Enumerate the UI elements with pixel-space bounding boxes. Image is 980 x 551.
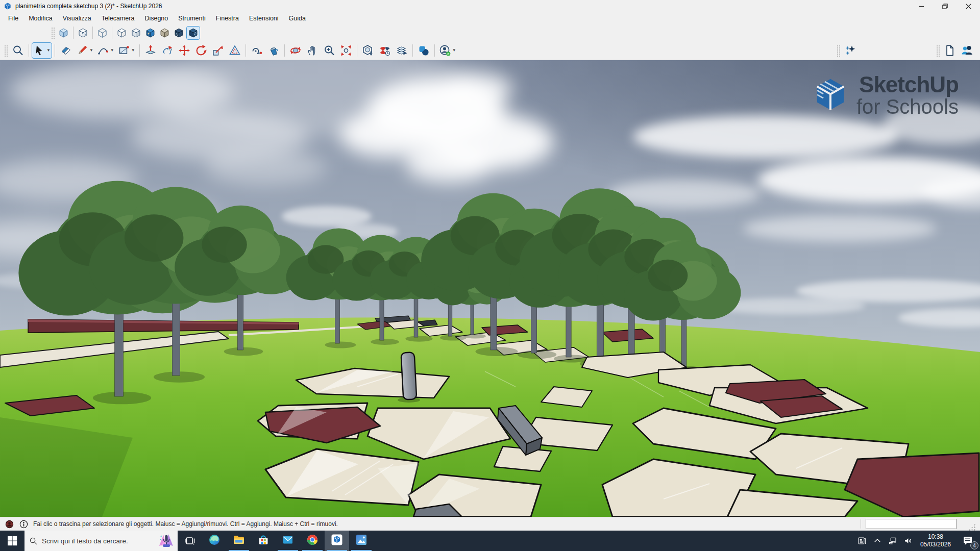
- task-view-icon: [184, 535, 196, 547]
- task-view-button[interactable]: [178, 531, 202, 551]
- menu-item-telecamera[interactable]: Telecamera: [96, 13, 140, 23]
- chevron-down-icon[interactable]: ▼: [452, 48, 456, 53]
- menu-item-disegno[interactable]: Disegno: [139, 13, 173, 23]
- chevron-down-icon[interactable]: ▼: [46, 48, 51, 53]
- toolbar-separator: [55, 44, 55, 57]
- taskbar-app-chrome[interactable]: [300, 531, 325, 551]
- taskbar-app-sketchup[interactable]: [325, 531, 349, 551]
- eraser-button[interactable]: [58, 42, 74, 59]
- title-bar: planimetria completa sketchup 3 (2)* - S…: [0, 0, 980, 12]
- toolbar-grip[interactable]: [51, 27, 55, 39]
- menu-item-finestra[interactable]: Finestra: [211, 13, 244, 23]
- search-input[interactable]: [42, 531, 156, 551]
- toolbar-separator: [139, 44, 140, 57]
- taskbar-app-file-explorer[interactable]: [227, 531, 251, 551]
- close-button[interactable]: [957, 0, 980, 12]
- zoom-button[interactable]: [321, 42, 337, 59]
- line-button[interactable]: ▼: [75, 42, 95, 59]
- toolbar-grip[interactable]: [4, 44, 8, 57]
- search-icon: [29, 537, 38, 545]
- paint-bucket-button[interactable]: [265, 42, 282, 59]
- chevron-down-icon[interactable]: ▼: [89, 48, 93, 53]
- style-shaded-textures-button[interactable]: [143, 26, 157, 40]
- chevron-down-icon[interactable]: ▼: [131, 48, 135, 53]
- arc-button[interactable]: ▼: [95, 42, 116, 59]
- taskbar-clock[interactable]: 10:38 05/03/2026: [916, 531, 955, 551]
- style-monochrome-button[interactable]: [158, 26, 172, 40]
- photos-icon: [355, 534, 368, 548]
- volume-button[interactable]: [900, 531, 916, 551]
- restore-button[interactable]: [933, 0, 957, 12]
- menu-item-guida[interactable]: Guida: [284, 13, 311, 23]
- taskbar-app-store[interactable]: [251, 531, 276, 551]
- windows-logo-icon: [6, 535, 18, 547]
- extension-warehouse-button[interactable]: [377, 42, 393, 59]
- menu-item-strumenti[interactable]: Strumenti: [173, 13, 211, 23]
- style-active-button[interactable]: [186, 26, 200, 40]
- orbit-button[interactable]: [287, 42, 304, 59]
- watermark: SketchUp for Schools: [812, 73, 959, 117]
- toolbar-separator: [357, 44, 357, 57]
- widgets-button[interactable]: [854, 531, 870, 551]
- hidden-icons-button[interactable]: [870, 531, 885, 551]
- rectangle-button[interactable]: ▼: [116, 42, 137, 59]
- main-toolbar-row: ▼▼▼▼▼: [0, 41, 980, 60]
- minimize-button[interactable]: [910, 0, 933, 12]
- taskbar-app-mail[interactable]: [276, 531, 300, 551]
- new-model-button[interactable]: [942, 42, 958, 59]
- chrome-icon: [306, 534, 318, 548]
- watermark-brand: SketchUp: [859, 73, 959, 96]
- follow-me-button[interactable]: [159, 42, 176, 59]
- offset-button[interactable]: [227, 42, 243, 59]
- toolbar-grip[interactable]: [936, 44, 940, 57]
- toolbar-grip[interactable]: [836, 44, 840, 57]
- status-message: Fai clic o trascina per selezionare gli …: [33, 520, 338, 528]
- move-button[interactable]: [176, 42, 192, 59]
- sketchup-watermark-logo-icon: [812, 76, 849, 113]
- rotate-button[interactable]: [193, 42, 209, 59]
- select-button[interactable]: ▼: [32, 42, 52, 59]
- network-button[interactable]: [885, 531, 900, 551]
- style-custom-dark-button[interactable]: [172, 26, 186, 40]
- style-wireframe-button[interactable]: [95, 26, 109, 40]
- start-button[interactable]: [0, 531, 24, 551]
- resize-grip[interactable]: [968, 523, 975, 531]
- restore-icon: [942, 4, 948, 9]
- tape-measure-button[interactable]: [249, 42, 265, 59]
- style-xray-button[interactable]: [57, 26, 70, 40]
- info-icon[interactable]: [19, 519, 29, 529]
- news-widgets-icon: [857, 536, 867, 545]
- style-shaded-button[interactable]: [129, 26, 143, 40]
- taskbar-app-edge[interactable]: [202, 531, 227, 551]
- pan-button[interactable]: [304, 42, 321, 59]
- push-pull-button[interactable]: [142, 42, 159, 59]
- taskbar-search[interactable]: [24, 531, 178, 551]
- notification-center-button[interactable]: 4: [955, 531, 980, 551]
- model-scene: [0, 60, 980, 517]
- taskbar-app-photos[interactable]: [349, 531, 374, 551]
- share-model-button[interactable]: [394, 42, 410, 59]
- chevron-down-icon[interactable]: ▼: [110, 48, 114, 53]
- geolocation-status-icon[interactable]: [5, 519, 14, 529]
- ai-assistant-button[interactable]: [842, 42, 859, 59]
- account-button[interactable]: ▼: [437, 42, 458, 59]
- search-button[interactable]: [10, 42, 26, 59]
- toolbar-separator: [92, 27, 93, 39]
- style-back-edges-button[interactable]: [76, 26, 90, 40]
- menu-item-estensioni[interactable]: Estensioni: [244, 13, 284, 23]
- menu-bar: FileModificaVisualizzaTelecameraDisegnoS…: [0, 12, 980, 24]
- clock-time: 10:38: [928, 533, 943, 541]
- scene-svg: [0, 60, 980, 517]
- menu-item-visualizza[interactable]: Visualizza: [58, 13, 96, 23]
- menu-item-file[interactable]: File: [3, 13, 23, 23]
- measurements-input[interactable]: [866, 519, 957, 529]
- style-hidden-line-button[interactable]: [115, 26, 129, 40]
- collaboration-button[interactable]: [959, 42, 975, 59]
- zoom-extents-button[interactable]: [338, 42, 354, 59]
- 3d-warehouse-button[interactable]: [360, 42, 376, 59]
- 3d-viewport[interactable]: SketchUp for Schools: [0, 60, 980, 517]
- sketchup-logo-icon: [4, 2, 12, 10]
- menu-item-modifica[interactable]: Modifica: [23, 13, 58, 23]
- scale-button[interactable]: [210, 42, 226, 59]
- components-button[interactable]: [415, 42, 432, 59]
